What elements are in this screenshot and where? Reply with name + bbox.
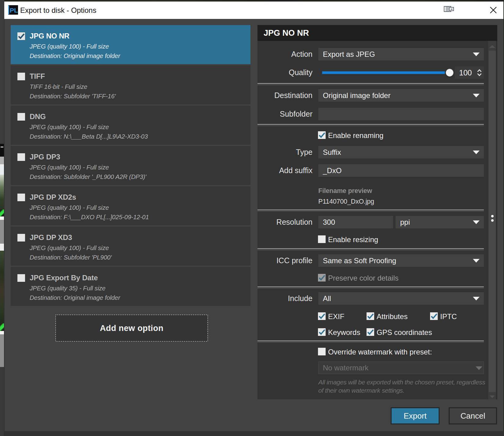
svg-text:PL: PL — [10, 7, 18, 14]
